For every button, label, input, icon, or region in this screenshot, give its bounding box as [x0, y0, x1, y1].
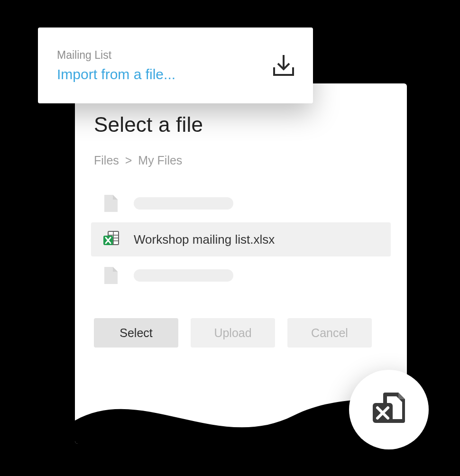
file-name: Workshop mailing list.xlsx	[134, 232, 275, 247]
file-row[interactable]	[91, 258, 391, 293]
picker-title: Select a file	[94, 113, 388, 137]
download-icon	[271, 53, 296, 78]
file-row[interactable]	[91, 186, 391, 220]
generic-file-icon	[101, 195, 121, 212]
cancel-button[interactable]: Cancel	[287, 318, 372, 348]
breadcrumb-current[interactable]: My Files	[138, 154, 182, 167]
file-list: Workshop mailing list.xlsx	[91, 186, 391, 293]
excel-file-icon	[368, 389, 410, 430]
generic-file-icon	[101, 267, 121, 284]
select-button[interactable]: Select	[94, 318, 178, 348]
import-from-file-link[interactable]: Import from a file...	[57, 66, 175, 82]
file-row[interactable]: Workshop mailing list.xlsx	[91, 222, 391, 256]
breadcrumb-root[interactable]: Files	[94, 154, 119, 167]
import-card: Mailing List Import from a file...	[38, 27, 313, 103]
breadcrumb-separator: >	[122, 154, 135, 167]
excel-file-icon	[101, 230, 121, 248]
upload-button[interactable]: Upload	[191, 318, 275, 348]
file-name-placeholder	[134, 197, 233, 210]
breadcrumb[interactable]: Files > My Files	[94, 154, 388, 167]
excel-badge	[349, 370, 429, 449]
button-row: Select Upload Cancel	[94, 318, 388, 348]
file-name-placeholder	[134, 269, 233, 282]
import-card-label: Mailing List	[57, 49, 175, 62]
